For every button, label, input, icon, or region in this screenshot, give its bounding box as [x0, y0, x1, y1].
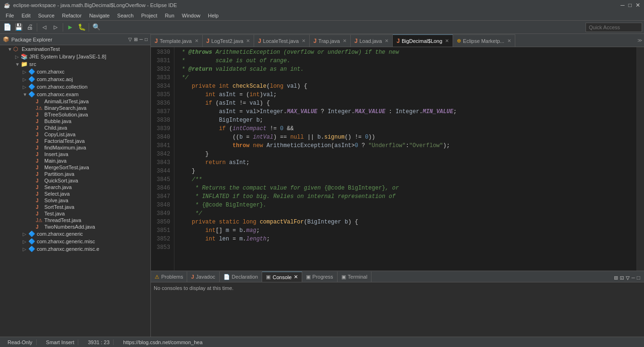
sidebar-item-factorial[interactable]: J FactorialTest.java	[0, 138, 150, 144]
tab-trap[interactable]: J Trap.java ✕	[310, 34, 351, 47]
code-content[interactable]: * @throws ArithmeticException (overflow …	[174, 47, 636, 271]
sidebar-collapse-icon[interactable]: ▽	[128, 37, 132, 42]
tab-close-icon[interactable]: ✕	[246, 38, 250, 43]
sidebar-item-label: Bubble.java	[44, 118, 72, 124]
tab-close-icon[interactable]: ✕	[343, 38, 347, 43]
sidebar-item-findmax[interactable]: J findMaximum.java	[0, 144, 150, 151]
java-icon: J	[36, 132, 43, 137]
sidebar-item-partition[interactable]: J Partition.java	[0, 171, 150, 177]
tab-close-icon[interactable]: ✕	[445, 38, 449, 43]
menu-run[interactable]: Run	[161, 12, 178, 19]
sidebar-maximize-icon[interactable]: □	[145, 37, 148, 42]
sidebar-item-search[interactable]: J Search.java	[0, 184, 150, 190]
menu-navigate[interactable]: Navigate	[85, 12, 113, 19]
sidebar-item-label: com.zhanxc.collection	[37, 84, 88, 90]
tab-bigdecimal[interactable]: J BigDecimal$Long ✕	[393, 34, 453, 47]
new-button[interactable]: 📄	[2, 22, 12, 33]
debug-button[interactable]: 🐛	[76, 22, 87, 33]
tab-console[interactable]: ▣ Console ✕	[262, 272, 302, 282]
menu-file[interactable]: File	[2, 12, 18, 19]
bottom-toolbar-icon-1[interactable]: ⊞	[614, 274, 618, 282]
sidebar-item-animallist[interactable]: J AnimalListTest.java	[0, 98, 150, 105]
quick-access-input[interactable]	[586, 23, 642, 32]
sidebar-item-bubble[interactable]: J Bubble.java	[0, 118, 150, 124]
sidebar-item-binarysearch[interactable]: J⚠ BinarySearch.java	[0, 105, 150, 111]
tab-locale[interactable]: J LocaleTest.java ✕	[254, 34, 310, 47]
sidebar-item-pkg-zhanxc[interactable]: ▷ 🔷 com.zhanxc	[0, 68, 150, 75]
sidebar-item-label: Select.java	[44, 191, 70, 197]
menu-window[interactable]: Window	[178, 12, 204, 19]
save-button[interactable]: 💾	[13, 22, 24, 33]
code-line-3853: int len = m.length;	[178, 235, 633, 243]
sidebar-item-pkg-exam[interactable]: ▼ 🔷 com.zhanxc.exam	[0, 91, 150, 98]
tab-close-icon[interactable]: ✕	[385, 38, 388, 43]
menu-edit[interactable]: Edit	[18, 12, 34, 19]
tab-progress[interactable]: ▣ Progress	[302, 272, 338, 282]
back-button[interactable]: ◁	[39, 22, 50, 33]
tab-terminal[interactable]: ▣ Terminal	[338, 272, 372, 282]
sidebar-item-insert[interactable]: J Insert.java	[0, 151, 150, 157]
tab-label: LogTest2.java	[211, 38, 243, 44]
tab-template[interactable]: J Template.java ✕	[151, 34, 203, 47]
sidebar-item-sorttest[interactable]: J SortTest.java	[0, 204, 150, 210]
sidebar-item-src[interactable]: ▼ 📁 src	[0, 60, 150, 68]
menu-refactor[interactable]: Refactor	[58, 12, 86, 19]
tab-marketplace[interactable]: ⊕ Eclipse Marketp... ✕	[453, 34, 515, 47]
tree-arrow: ▷	[23, 77, 28, 82]
close-button[interactable]: ✕	[636, 2, 640, 8]
sidebar-item-child[interactable]: J Child.java	[0, 124, 150, 131]
sidebar-item-label: com.zhanxc.aoj	[37, 76, 73, 82]
sidebar-item-main[interactable]: J Main.java	[0, 157, 150, 164]
bottom-maximize-icon[interactable]: □	[637, 275, 640, 281]
maximize-button[interactable]: □	[628, 2, 632, 8]
sidebar-item-examination[interactable]: ▼ ⬡ ExaminationTest	[0, 45, 150, 53]
menu-source[interactable]: Source	[34, 12, 58, 19]
tab-declaration[interactable]: 📄 Declaration	[220, 272, 263, 282]
sidebar-item-label: QuickSort.java	[44, 178, 78, 183]
sidebar-item-pkg-generic[interactable]: ▷ 🔷 com.zhanxc.generic	[0, 230, 150, 238]
bottom-minimize-icon[interactable]: ─	[632, 275, 635, 281]
forward-button[interactable]: ▷	[50, 22, 61, 33]
tab-label: Terminal	[348, 274, 368, 280]
tab-overflow-icon[interactable]: ≫	[637, 38, 644, 43]
search-button[interactable]: 🔍	[91, 22, 101, 33]
line-num: 3853	[151, 243, 170, 252]
sidebar-item-select[interactable]: J Select.java	[0, 190, 150, 197]
sidebar-item-pkg-collection[interactable]: ▷ 🔷 com.zhanxc.collection	[0, 83, 150, 91]
sidebar-item-threadtest[interactable]: J⚠ ThreadTest.java	[0, 217, 150, 223]
sidebar-item-copylist[interactable]: J CopyList.java	[0, 131, 150, 138]
tab-close-icon[interactable]: ✕	[507, 38, 511, 43]
java-icon: J	[36, 185, 43, 190]
sidebar-item-pkg-generic-misc-e[interactable]: ▷ 🔷 com.zhanxc.generic.misc.e	[0, 245, 150, 253]
package-icon: 🔷	[28, 238, 36, 245]
sidebar-item-pkg-aoj[interactable]: ▷ 🔷 com.zhanxc.aoj	[0, 75, 150, 83]
sidebar-item-jre[interactable]: ▷ 📚 JRE System Library [JavaSE-1.8]	[0, 53, 150, 60]
tab-close-icon[interactable]: ✕	[294, 274, 298, 280]
sidebar-minimize-icon[interactable]: ─	[140, 37, 143, 42]
menu-help[interactable]: Help	[204, 12, 223, 19]
sidebar-item-test[interactable]: J Test.java	[0, 210, 150, 217]
sidebar-item-btree[interactable]: J BTreeSolution.java	[0, 111, 150, 118]
sidebar-item-solve[interactable]: J Solve.java	[0, 197, 150, 204]
bottom-toolbar-icon-2[interactable]: ⊡	[620, 274, 624, 282]
title-bar: ☕ eclipse-workspace - java.math.BigDecim…	[0, 0, 644, 10]
bottom-toolbar-icon-3[interactable]: ▽	[626, 274, 629, 282]
tab-load[interactable]: J Load.java ✕	[351, 34, 393, 47]
sidebar-item-twonumbers[interactable]: J TwoNumbersAdd.java	[0, 223, 150, 230]
tab-close-icon[interactable]: ✕	[302, 38, 305, 43]
tab-close-icon[interactable]: ✕	[195, 38, 198, 43]
tab-javadoc[interactable]: J Javadoc	[187, 272, 219, 282]
tab-logtest[interactable]: J LogTest2.java ✕	[203, 34, 255, 47]
menu-search[interactable]: Search	[114, 12, 138, 19]
line-num: 3843	[151, 158, 170, 167]
sidebar-item-mergesort[interactable]: J MergeSortTest.java	[0, 164, 150, 171]
sidebar-item-label: BTreeSolution.java	[44, 112, 88, 117]
tab-problems[interactable]: ⚠ Problems	[151, 272, 187, 282]
sidebar-menu-icon[interactable]: ⊞	[134, 37, 138, 42]
run-button[interactable]: ▶	[65, 22, 75, 33]
print-button[interactable]: 🖨	[25, 22, 35, 33]
sidebar-item-pkg-generic-misc[interactable]: ▷ 🔷 com.zhanxc.generic.misc	[0, 238, 150, 245]
sidebar-item-quicksort[interactable]: J QuickSort.java	[0, 177, 150, 184]
minimize-button[interactable]: ─	[620, 2, 625, 8]
menu-project[interactable]: Project	[137, 12, 161, 19]
